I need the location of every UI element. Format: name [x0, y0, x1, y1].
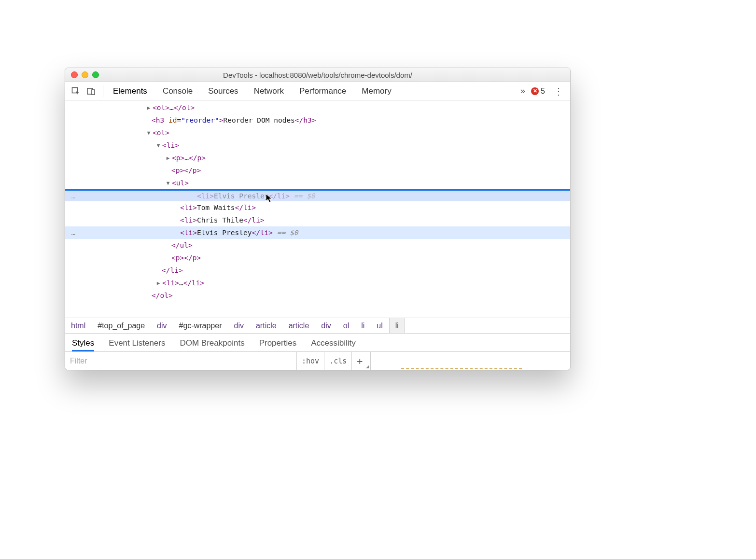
- dom-node-p-empty[interactable]: <p></p>: [65, 164, 570, 177]
- device-toolbar-icon[interactable]: [84, 84, 98, 98]
- crumb-article-2[interactable]: article: [283, 318, 316, 333]
- gutter-ellipsis: …: [65, 229, 82, 237]
- styles-subtabs: Styles Event Listeners DOM Breakpoints P…: [65, 333, 570, 351]
- disclosure-arrow-icon[interactable]: ▼: [155, 142, 161, 149]
- dom-node-ul-close[interactable]: </ul>: [65, 239, 570, 252]
- crumb-div-3[interactable]: div: [315, 318, 337, 333]
- dom-node-li-close[interactable]: </li>: [65, 264, 570, 277]
- subtab-dom-breakpoints[interactable]: DOM Breakpoints: [180, 338, 244, 351]
- disclosure-arrow-icon[interactable]: ▶: [165, 155, 171, 161]
- dom-node-li-dragging[interactable]: … <li>Elvis Presley</li> == $0: [65, 191, 570, 201]
- toolbar-separator: [103, 85, 103, 97]
- crumb-gc-wrapper[interactable]: #gc-wrapper: [173, 318, 228, 333]
- dom-node-p-collapsed[interactable]: ▶ <p>…</p>: [65, 152, 570, 164]
- dom-node-li-open[interactable]: ▼ <li>: [65, 139, 570, 152]
- disclosure-arrow-icon[interactable]: ▶: [146, 105, 152, 111]
- gutter-ellipsis: …: [65, 192, 82, 200]
- subtab-accessibility[interactable]: Accessibility: [311, 338, 356, 351]
- error-count: 5: [541, 87, 545, 96]
- crumb-div-2[interactable]: div: [228, 318, 250, 333]
- crumb-article[interactable]: article: [250, 318, 283, 333]
- devtools-toolbar: Elements Console Sources Network Perform…: [65, 82, 570, 100]
- tab-elements[interactable]: Elements: [113, 86, 147, 96]
- tab-memory[interactable]: Memory: [362, 86, 391, 96]
- subtab-event-listeners[interactable]: Event Listeners: [109, 338, 165, 351]
- tab-sources[interactable]: Sources: [208, 86, 238, 96]
- crumb-ol[interactable]: ol: [337, 318, 355, 333]
- dom-node-ol-open[interactable]: ▼ <ol>: [65, 126, 570, 139]
- dom-node-ul-open[interactable]: ▼ <ul>: [65, 177, 570, 189]
- close-window-button[interactable]: [71, 71, 78, 78]
- styles-filter-bar: :hov .cls +: [65, 351, 570, 370]
- more-menu-icon[interactable]: ⋮: [551, 85, 566, 97]
- subtab-properties[interactable]: Properties: [259, 338, 296, 351]
- dom-node-li-tom[interactable]: <li>Tom Waits</li>: [65, 201, 570, 214]
- crumb-div[interactable]: div: [151, 318, 173, 333]
- crumb-li-current[interactable]: li: [389, 318, 405, 333]
- tab-performance[interactable]: Performance: [299, 86, 346, 96]
- minimize-window-button[interactable]: [82, 71, 88, 78]
- dom-node-ol-close[interactable]: </ol>: [65, 289, 570, 302]
- box-model-preview: [401, 368, 522, 370]
- dom-node-li-selected[interactable]: … <li>Elvis Presley</li> == $0: [65, 226, 570, 239]
- panel-tabs: Elements Console Sources Network Perform…: [113, 86, 392, 96]
- disclosure-arrow-icon[interactable]: ▶: [155, 280, 161, 286]
- disclosure-arrow-icon[interactable]: ▼: [146, 130, 152, 136]
- tab-console[interactable]: Console: [163, 86, 193, 96]
- dom-node-ol-collapsed[interactable]: ▶ <ol>…</ol>: [65, 101, 570, 114]
- dom-node-li-collapsed[interactable]: ▶ <li>…</li>: [65, 277, 570, 289]
- dom-node-h3[interactable]: <h3 id="reorder">Reorder DOM nodes</h3>: [65, 114, 570, 126]
- dom-node-p-empty-2[interactable]: <p></p>: [65, 252, 570, 264]
- window-title: DevTools - localhost:8080/web/tools/chro…: [65, 71, 570, 79]
- error-count-badge[interactable]: ✕ 5: [531, 87, 545, 96]
- crumb-li[interactable]: li: [355, 318, 371, 333]
- error-icon: ✕: [531, 87, 539, 95]
- crumb-ul[interactable]: ul: [371, 318, 389, 333]
- inspect-element-icon[interactable]: [69, 84, 83, 98]
- devtools-window: DevTools - localhost:8080/web/tools/chro…: [65, 68, 571, 370]
- elements-dom-tree[interactable]: ▶ <ol>…</ol> <h3 id="reorder">Reorder DO…: [65, 100, 570, 318]
- crumb-top-of-page[interactable]: #top_of_page: [92, 318, 151, 333]
- tabs-overflow-icon[interactable]: »: [520, 86, 525, 96]
- zoom-window-button[interactable]: [92, 71, 99, 78]
- dom-breadcrumbs[interactable]: html #top_of_page div #gc-wrapper div ar…: [65, 318, 570, 333]
- hov-toggle[interactable]: :hov: [297, 352, 324, 370]
- svg-rect-2: [92, 90, 95, 95]
- traffic-lights: [65, 71, 99, 78]
- disclosure-arrow-icon[interactable]: ▼: [165, 180, 171, 186]
- dom-node-li-chris[interactable]: <li>Chris Thile</li>: [65, 214, 570, 226]
- cls-toggle[interactable]: .cls: [324, 352, 352, 370]
- new-style-rule-button[interactable]: +: [352, 352, 371, 370]
- styles-filter-input[interactable]: [65, 352, 297, 370]
- crumb-html[interactable]: html: [65, 318, 92, 333]
- window-titlebar: DevTools - localhost:8080/web/tools/chro…: [65, 68, 570, 82]
- subtab-styles[interactable]: Styles: [72, 338, 94, 351]
- tab-network[interactable]: Network: [254, 86, 284, 96]
